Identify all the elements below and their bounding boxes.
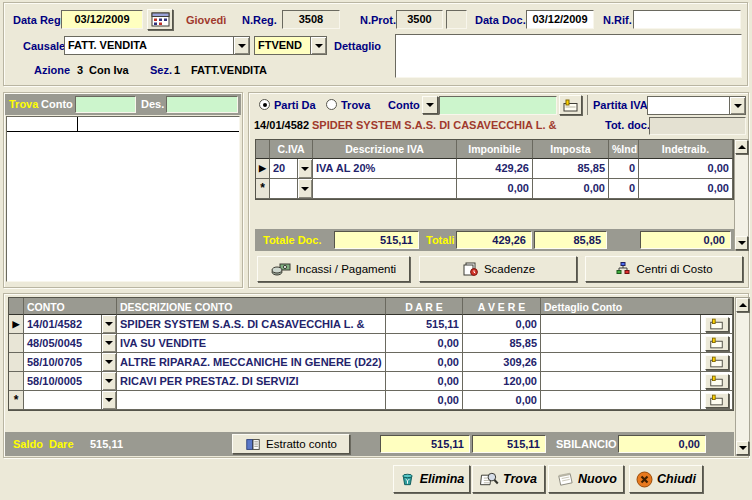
row-marker xyxy=(9,334,24,353)
conto-cell[interactable]: 14/01/4582 xyxy=(24,315,102,334)
ind-cell[interactable]: 0 xyxy=(609,179,639,199)
search-des-input[interactable] xyxy=(166,96,238,113)
dettaglio-textarea[interactable] xyxy=(395,34,742,78)
calendar-button[interactable] xyxy=(147,9,173,30)
indetraib-cell[interactable]: 0,00 xyxy=(639,179,733,199)
centri-di-costo-label: Centri di Costo xyxy=(636,263,712,275)
column-divider xyxy=(77,117,78,132)
avere-cell[interactable]: 309,26 xyxy=(463,353,541,372)
avere-cell[interactable]: 120,00 xyxy=(463,372,541,391)
conto-dropdown[interactable] xyxy=(102,391,117,410)
causale-code-dropdown[interactable]: FTVEND xyxy=(254,36,327,55)
elimina-button[interactable]: Elimina xyxy=(393,465,470,493)
imposta-cell[interactable]: 85,85 xyxy=(533,159,609,179)
civa-cell[interactable]: 20 xyxy=(270,159,298,179)
search-conto-input[interactable] xyxy=(75,96,136,113)
dare-cell[interactable]: 0,00 xyxy=(386,391,463,410)
civa-cell[interactable] xyxy=(270,179,298,199)
avere-cell[interactable]: 0,00 xyxy=(463,391,541,410)
descrizione-cell[interactable] xyxy=(117,391,386,410)
conto-cell[interactable]: 58/10/0005 xyxy=(24,372,102,391)
dettaglio-cell[interactable] xyxy=(541,353,701,372)
iva-scrollbar[interactable] xyxy=(734,139,749,251)
indetraib-cell[interactable]: 0,00 xyxy=(639,159,733,179)
dettaglio-cell[interactable] xyxy=(541,391,701,410)
chevron-down-icon[interactable] xyxy=(310,37,326,54)
parti-da-radio[interactable] xyxy=(259,99,270,110)
search-results-list[interactable] xyxy=(6,116,240,282)
n-reg-field[interactable]: 3508 xyxy=(282,10,340,29)
conto-select-label: Conto xyxy=(388,99,420,112)
conto-dropdown[interactable] xyxy=(102,315,117,334)
imposta-header: Imposta xyxy=(533,140,609,159)
conto-lookup-button[interactable] xyxy=(559,95,582,115)
descrizione-iva-cell[interactable] xyxy=(313,179,457,199)
conto-dropdown-button[interactable] xyxy=(422,96,438,114)
dettaglio-cell[interactable] xyxy=(541,372,701,391)
dare-cell[interactable]: 0,00 xyxy=(386,353,463,372)
header-panel: Data Reg. 03/12/2009 Giovedì N.Reg. 3508… xyxy=(3,2,748,86)
imponibile-cell[interactable]: 0,00 xyxy=(457,179,533,199)
dettaglio-cell[interactable] xyxy=(541,315,701,334)
scroll-down-button[interactable] xyxy=(736,441,749,455)
account-name: SPIDER SYSTEM S.A.S. DI CASAVECCHIA L. & xyxy=(312,119,556,132)
trova-radio[interactable] xyxy=(326,99,337,110)
scroll-down-button[interactable] xyxy=(735,236,748,250)
accounts-panel: CONTO DESCRIZIONE CONTO D A R E A V E R … xyxy=(3,293,749,458)
scadenze-button[interactable]: Scadenze xyxy=(419,256,577,282)
descrizione-cell[interactable]: ALTRE RIPARAZ. MECCANICHE IN GENERE (D22… xyxy=(117,353,386,372)
totale-doc-label: Totale Doc. xyxy=(263,234,321,246)
partita-iva-dropdown[interactable] xyxy=(647,96,746,115)
dare-cell[interactable]: 515,11 xyxy=(386,315,463,334)
conto-cell[interactable]: 58/10/0705 xyxy=(24,353,102,372)
chevron-down-icon[interactable] xyxy=(729,97,745,114)
descrizione-cell[interactable]: SPIDER SYSTEM S.A.S. DI CASAVECCHIA L. & xyxy=(117,315,386,334)
dettaglio-conto-button[interactable] xyxy=(705,336,729,351)
n-prot-field[interactable]: 3500 xyxy=(396,10,443,29)
dettaglio-conto-button[interactable] xyxy=(705,317,729,332)
n-prot-suffix-field[interactable] xyxy=(446,10,467,29)
conto-dropdown[interactable] xyxy=(102,334,117,353)
civa-dropdown[interactable] xyxy=(298,159,313,179)
conto-cell[interactable] xyxy=(24,391,102,410)
scroll-up-button[interactable] xyxy=(735,140,748,154)
ind-cell[interactable]: 0 xyxy=(609,159,639,179)
dettaglio-conto-button[interactable] xyxy=(705,374,729,389)
descrizione-cell[interactable]: IVA SU VENDITE xyxy=(117,334,386,353)
trova-label: Trova xyxy=(9,98,38,110)
avere-cell[interactable]: 85,85 xyxy=(463,334,541,353)
data-doc-field[interactable]: 03/12/2009 xyxy=(526,10,594,29)
dettaglio-cell[interactable] xyxy=(541,334,701,353)
n-rif-field[interactable] xyxy=(633,10,741,29)
dettaglio-conto-button[interactable] xyxy=(705,355,729,370)
civa-dropdown[interactable] xyxy=(298,179,313,199)
estratto-conto-button[interactable]: Estratto conto xyxy=(232,434,350,454)
scroll-up-button[interactable] xyxy=(736,298,749,312)
sez-desc: FATT.VENDITA xyxy=(191,64,267,77)
conto-dropdown[interactable] xyxy=(102,353,117,372)
chiudi-button[interactable]: Chiudi xyxy=(629,465,703,493)
causale-dropdown[interactable]: FATT. VENDITA xyxy=(64,36,250,55)
dare-cell[interactable]: 0,00 xyxy=(386,372,463,391)
sbilancio-value: 0,00 xyxy=(618,435,706,453)
calendar-icon xyxy=(151,12,170,27)
avere-cell[interactable]: 0,00 xyxy=(463,315,541,334)
nuovo-button[interactable]: Nuovo xyxy=(548,465,624,493)
conto-search-input[interactable] xyxy=(439,96,557,115)
descrizione-cell[interactable]: RICAVI PER PRESTAZ. DI SERVIZI xyxy=(117,372,386,391)
conto-cell[interactable]: 48/05/0045 xyxy=(24,334,102,353)
incassi-pagamenti-button[interactable]: Incassi / Pagamenti xyxy=(257,256,410,282)
centri-di-costo-button[interactable]: Centri di Costo xyxy=(585,256,743,282)
chevron-down-icon[interactable] xyxy=(233,37,249,54)
accounts-scrollbar[interactable] xyxy=(735,297,750,456)
data-reg-field[interactable]: 03/12/2009 xyxy=(61,10,143,29)
imponibile-cell[interactable]: 429,26 xyxy=(457,159,533,179)
imposta-cell[interactable]: 0,00 xyxy=(533,179,609,199)
dare-cell[interactable]: 0,00 xyxy=(386,334,463,353)
descrizione-iva-cell[interactable]: IVA AL 20% xyxy=(313,159,457,179)
data-reg-label: Data Reg. xyxy=(13,14,64,27)
trova-button[interactable]: Trova xyxy=(472,465,545,493)
new-row-marker: * xyxy=(9,391,24,410)
conto-dropdown[interactable] xyxy=(102,372,117,391)
dettaglio-conto-button[interactable] xyxy=(705,393,729,408)
